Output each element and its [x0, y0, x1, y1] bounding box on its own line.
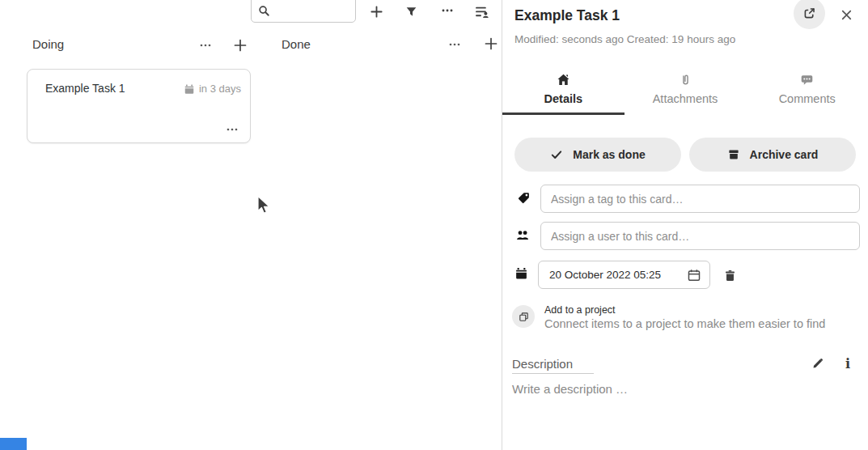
- archive-card-label: Archive card: [750, 148, 819, 161]
- column-title-done: Done: [282, 37, 311, 51]
- panel-card-title: Example Task 1: [514, 7, 620, 24]
- panel-card-meta: Modified: seconds ago Created: 19 hours …: [514, 33, 735, 45]
- close-icon: [840, 8, 853, 22]
- tab-attachments[interactable]: Attachments: [625, 68, 747, 115]
- check-icon: [550, 148, 563, 161]
- column-doing-add-card-button[interactable]: [230, 35, 251, 56]
- projects-icon-badge: [512, 305, 535, 328]
- add-to-project-title: Add to a project: [544, 304, 616, 316]
- calendar-outline-icon: [687, 268, 701, 282]
- open-in-window-button[interactable]: [794, 0, 825, 29]
- info-icon: i: [845, 356, 850, 371]
- add-board-item-button[interactable]: [366, 2, 386, 21]
- column-title-doing: Doing: [32, 37, 64, 51]
- column-doing-menu-button[interactable]: [196, 36, 215, 55]
- add-to-project-subtitle: Connect items to a project to make them …: [544, 317, 825, 330]
- search-icon: [258, 5, 270, 17]
- paperclip-icon: [679, 73, 692, 87]
- card-due-label: in 3 days: [199, 83, 241, 95]
- due-date-field[interactable]: 20 October 2022 05:25: [538, 261, 710, 289]
- tab-details[interactable]: Details: [502, 68, 625, 115]
- date-picker-button[interactable]: [683, 264, 705, 287]
- search-box[interactable]: [251, 0, 356, 23]
- assigned-cards-view-button[interactable]: [472, 2, 491, 21]
- more-icon: [199, 39, 212, 52]
- trash-icon: [723, 269, 737, 282]
- tab-attachments-label: Attachments: [653, 92, 718, 105]
- active-tab-indicator: [502, 112, 625, 115]
- close-panel-button[interactable]: [837, 6, 855, 23]
- add-icon: [484, 36, 498, 51]
- filter-button[interactable]: [401, 2, 421, 21]
- card-due-date: in 3 days: [184, 83, 241, 95]
- archive-icon: [727, 148, 740, 161]
- assign-tag-input[interactable]: [540, 185, 860, 213]
- panel-tabs: Details Attachments Comments: [502, 68, 868, 115]
- kanban-app-window: Doing Done Example Task 1 in 3 days: [0, 0, 868, 450]
- more-icon: [448, 38, 461, 51]
- mark-as-done-button[interactable]: Mark as done: [514, 138, 681, 172]
- assignee-list-icon: [475, 5, 489, 19]
- more-icon: [226, 123, 239, 136]
- card-menu-button[interactable]: [222, 121, 242, 138]
- more-icon: [441, 4, 454, 17]
- column-done-add-card-button[interactable]: [481, 33, 502, 54]
- card-title: Example Task 1: [45, 82, 125, 95]
- edit-description-button[interactable]: [808, 354, 828, 373]
- remove-due-date-button[interactable]: [719, 265, 740, 286]
- home-icon: [557, 73, 570, 87]
- archive-card-button[interactable]: Archive card: [689, 138, 856, 172]
- card-example-task-1[interactable]: Example Task 1 in 3 days: [27, 69, 251, 143]
- description-label: Description: [512, 357, 573, 371]
- users-icon: [515, 228, 530, 242]
- external-link-icon: [802, 6, 816, 20]
- comments-icon: [800, 73, 814, 87]
- card-detail-panel: Example Task 1 Modified: seconds ago Cre…: [502, 0, 868, 450]
- filter-icon: [405, 6, 417, 18]
- calendar-icon: [514, 266, 528, 280]
- tab-details-label: Details: [544, 92, 583, 105]
- board-menu-button[interactable]: [438, 1, 457, 20]
- description-placeholder[interactable]: Write a description …: [512, 382, 628, 396]
- mark-as-done-label: Mark as done: [573, 148, 645, 161]
- description-info-button[interactable]: i: [838, 354, 857, 373]
- search-input[interactable]: [274, 0, 352, 19]
- tab-comments-label: Comments: [779, 92, 836, 105]
- bottom-left-highlight: [0, 438, 27, 450]
- calendar-icon: [184, 83, 195, 95]
- column-done-menu-button[interactable]: [445, 35, 464, 54]
- add-icon: [370, 5, 383, 19]
- due-date-value: 20 October 2022 05:25: [549, 269, 683, 281]
- assign-user-input[interactable]: [540, 222, 860, 250]
- pencil-icon: [811, 357, 824, 370]
- add-icon: [233, 38, 248, 53]
- tab-comments[interactable]: Comments: [746, 68, 868, 115]
- mouse-cursor: [256, 195, 273, 216]
- description-separator: [512, 373, 594, 374]
- projects-icon: [518, 311, 530, 323]
- tag-icon: [517, 191, 531, 205]
